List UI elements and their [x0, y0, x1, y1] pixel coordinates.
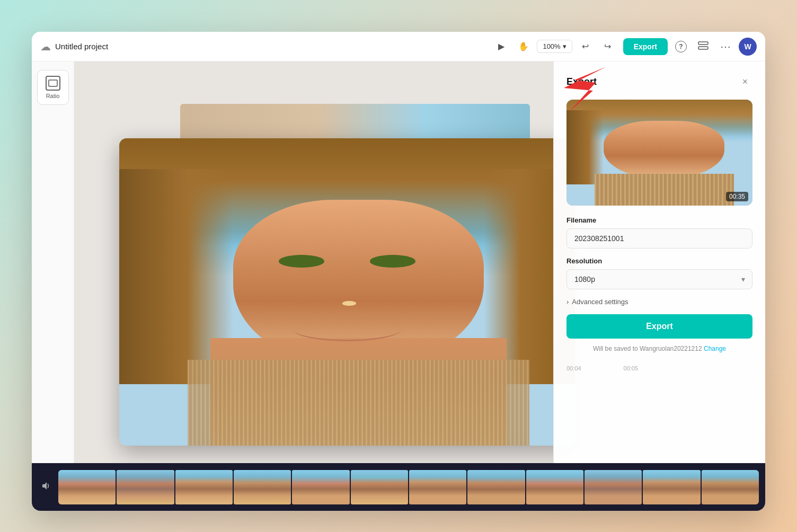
app-window: ☁ Untitled project ▶ ✋ 100% ▾ ↩ ↪ Export — [32, 32, 765, 511]
redo-icon: ↪ — [604, 41, 611, 51]
save-info: Will be saved to Wangruolan20221212 Chan… — [566, 345, 752, 352]
export-button[interactable]: Export — [623, 38, 668, 55]
help-button[interactable]: ? — [672, 38, 690, 56]
red-arrow-icon — [548, 61, 612, 114]
close-icon: × — [742, 76, 748, 87]
thumb-face — [604, 121, 724, 179]
timeline-frame — [585, 470, 642, 504]
help-icon: ? — [675, 41, 687, 52]
timeline-frame — [409, 470, 466, 504]
timeline-frame — [175, 470, 233, 504]
ratio-button[interactable]: Ratio — [37, 70, 69, 105]
eye-left — [279, 255, 324, 267]
timeline-frame — [643, 470, 700, 504]
panel-timestamps: 00:04 00:05 — [566, 365, 752, 371]
svg-marker-3 — [564, 67, 606, 112]
storage-icon — [698, 41, 709, 52]
resolution-label: Resolution — [566, 257, 752, 265]
resolution-select-wrapper: 720p 1080p 4K ▾ — [566, 269, 752, 289]
volume-button[interactable] — [38, 479, 54, 495]
timeline-strip — [58, 470, 759, 504]
more-icon: ⋯ — [720, 40, 731, 53]
eye-right — [370, 255, 415, 267]
timeline-frame — [702, 470, 759, 504]
main-content: Ratio — [32, 61, 765, 463]
svg-rect-2 — [49, 80, 57, 86]
undo-button[interactable]: ↩ — [577, 38, 595, 56]
advanced-settings-label: Advanced settings — [572, 298, 628, 306]
storage-button[interactable] — [694, 38, 712, 56]
ratio-icon — [46, 76, 60, 91]
hand-icon: ✋ — [518, 41, 529, 51]
topbar-right: Export ? ⋯ W — [623, 38, 757, 56]
save-info-text: Will be saved to Wangruolan20221212 — [593, 345, 702, 352]
play-icon: ▶ — [498, 41, 504, 51]
timestamp-2: 00:05 — [624, 365, 639, 371]
topbar-left: ☁ Untitled project — [40, 40, 486, 53]
export-panel: Export × — [553, 61, 765, 463]
smile — [293, 316, 402, 341]
thumb-hair-left — [566, 110, 604, 184]
change-link[interactable]: Change — [704, 345, 726, 352]
avatar[interactable]: W — [739, 38, 757, 56]
thumbnail-duration: 00:35 — [726, 192, 748, 201]
play-button[interactable]: ▶ — [492, 38, 510, 56]
timeline-frame — [117, 470, 174, 504]
topbar-center: ▶ ✋ 100% ▾ ↩ ↪ — [492, 38, 616, 56]
thumb-clothing — [595, 174, 734, 206]
timeline — [32, 463, 765, 511]
svg-marker-4 — [42, 482, 47, 490]
export-action-button[interactable]: Export — [566, 314, 752, 339]
close-panel-button[interactable]: × — [738, 74, 752, 89]
project-title: Untitled project — [55, 42, 108, 51]
svg-rect-1 — [698, 47, 708, 49]
red-arrow-container — [548, 61, 612, 117]
timeline-frame — [234, 470, 291, 504]
filename-label: Filename — [566, 216, 752, 224]
left-sidebar: Ratio — [32, 61, 74, 463]
topbar: ☁ Untitled project ▶ ✋ 100% ▾ ↩ ↪ Export — [32, 32, 765, 61]
chevron-right-icon: › — [566, 298, 569, 306]
resolution-select[interactable]: 720p 1080p 4K — [566, 269, 752, 289]
timeline-frame — [292, 470, 349, 504]
redo-button[interactable]: ↪ — [599, 38, 617, 56]
timeline-frame — [351, 470, 408, 504]
main-video-frame — [119, 138, 575, 446]
volume-icon — [41, 481, 51, 493]
advanced-settings-toggle[interactable]: › Advanced settings — [566, 298, 752, 306]
portrait-image — [119, 138, 575, 446]
timeline-frame — [526, 470, 583, 504]
filename-input[interactable] — [566, 228, 752, 249]
svg-rect-0 — [698, 42, 708, 45]
clothing — [188, 360, 529, 446]
zoom-chevron-icon: ▾ — [563, 42, 566, 50]
ratio-label: Ratio — [46, 93, 60, 99]
more-button[interactable]: ⋯ — [716, 38, 734, 56]
zoom-button[interactable]: 100% ▾ — [537, 40, 572, 53]
timeline-frame — [467, 470, 525, 504]
cloud-icon: ☁ — [40, 40, 51, 53]
undo-icon: ↩ — [582, 41, 589, 51]
zoom-level: 100% — [543, 42, 560, 50]
hand-tool-button[interactable]: ✋ — [515, 38, 533, 56]
timeline-frame — [58, 470, 116, 504]
canvas-area: Export × — [74, 61, 765, 463]
timestamp-1: 00:04 — [566, 365, 581, 371]
